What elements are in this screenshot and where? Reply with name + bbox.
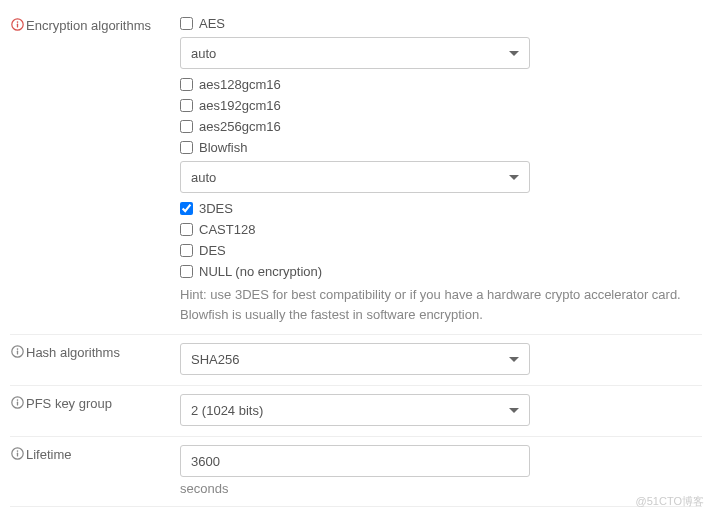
lifetime-label: Lifetime — [10, 445, 180, 462]
aes128gcm16-row: aes128gcm16 — [180, 77, 702, 92]
cast128-label: CAST128 — [199, 222, 255, 237]
hash-label: Hash algorithms — [10, 343, 180, 360]
encryption-options: AES auto aes128gcm16 aes192gcm16 aes256g… — [180, 16, 702, 324]
pfs-label: PFS key group — [10, 394, 180, 411]
des-row: DES — [180, 243, 702, 258]
hash-selector-value: SHA256 — [191, 352, 239, 367]
aes128gcm16-label: aes128gcm16 — [199, 77, 281, 92]
encryption-algorithms-row: Encryption algorithms AES auto aes128gcm… — [10, 8, 702, 335]
chevron-down-icon — [509, 408, 519, 413]
aes-label: AES — [199, 16, 225, 31]
svg-rect-5 — [16, 351, 17, 355]
encryption-label: Encryption algorithms — [10, 16, 180, 33]
lifetime-row: Lifetime seconds — [10, 437, 702, 507]
pfs-label-text: PFS key group — [26, 396, 112, 411]
aes192gcm16-label: aes192gcm16 — [199, 98, 281, 113]
encryption-label-text: Encryption algorithms — [26, 18, 151, 33]
hash-selector[interactable]: SHA256 — [180, 343, 530, 375]
threedes-checkbox[interactable] — [180, 202, 193, 215]
hash-label-text: Hash algorithms — [26, 345, 120, 360]
blowfish-row: Blowfish — [180, 140, 702, 155]
svg-point-1 — [16, 21, 18, 23]
pfs-selector[interactable]: 2 (1024 bits) — [180, 394, 530, 426]
aes256gcm16-checkbox[interactable] — [180, 120, 193, 133]
blowfish-label: Blowfish — [199, 140, 247, 155]
aes-selector-value: auto — [191, 46, 216, 61]
nullenc-row: NULL (no encryption) — [180, 264, 702, 279]
aes-row: AES — [180, 16, 702, 31]
svg-point-4 — [16, 348, 18, 350]
aes-selector[interactable]: auto — [180, 37, 530, 69]
aes256gcm16-row: aes256gcm16 — [180, 119, 702, 134]
pfs-input-col: 2 (1024 bits) — [180, 394, 702, 426]
blowfish-checkbox[interactable] — [180, 141, 193, 154]
info-icon — [10, 447, 24, 461]
blowfish-selector[interactable]: auto — [180, 161, 530, 193]
lifetime-label-text: Lifetime — [26, 447, 72, 462]
threedes-row: 3DES — [180, 201, 702, 216]
aes192gcm16-checkbox[interactable] — [180, 99, 193, 112]
nullenc-checkbox[interactable] — [180, 265, 193, 278]
svg-point-7 — [16, 399, 18, 401]
cast128-row: CAST128 — [180, 222, 702, 237]
svg-rect-2 — [16, 24, 17, 28]
nullenc-label: NULL (no encryption) — [199, 264, 322, 279]
aes192gcm16-row: aes192gcm16 — [180, 98, 702, 113]
info-icon — [10, 18, 24, 32]
svg-rect-8 — [16, 402, 17, 406]
blowfish-selector-value: auto — [191, 170, 216, 185]
info-icon — [10, 396, 24, 410]
watermark: @51CTO博客 — [636, 494, 704, 509]
chevron-down-icon — [509, 51, 519, 56]
des-label: DES — [199, 243, 226, 258]
aes256gcm16-label: aes256gcm16 — [199, 119, 281, 134]
threedes-label: 3DES — [199, 201, 233, 216]
lifetime-input-col: seconds — [180, 445, 702, 496]
lifetime-input[interactable] — [180, 445, 530, 477]
pfs-selector-value: 2 (1024 bits) — [191, 403, 263, 418]
aes128gcm16-checkbox[interactable] — [180, 78, 193, 91]
encryption-hint: Hint: use 3DES for best compatibility or… — [180, 285, 702, 324]
chevron-down-icon — [509, 175, 519, 180]
chevron-down-icon — [509, 357, 519, 362]
cast128-checkbox[interactable] — [180, 223, 193, 236]
hash-input-col: SHA256 — [180, 343, 702, 375]
info-icon — [10, 345, 24, 359]
pfs-key-group-row: PFS key group 2 (1024 bits) — [10, 386, 702, 437]
svg-point-10 — [16, 450, 18, 452]
des-checkbox[interactable] — [180, 244, 193, 257]
lifetime-unit: seconds — [180, 481, 702, 496]
hash-algorithms-row: Hash algorithms SHA256 — [10, 335, 702, 386]
aes-checkbox[interactable] — [180, 17, 193, 30]
svg-rect-11 — [16, 453, 17, 457]
